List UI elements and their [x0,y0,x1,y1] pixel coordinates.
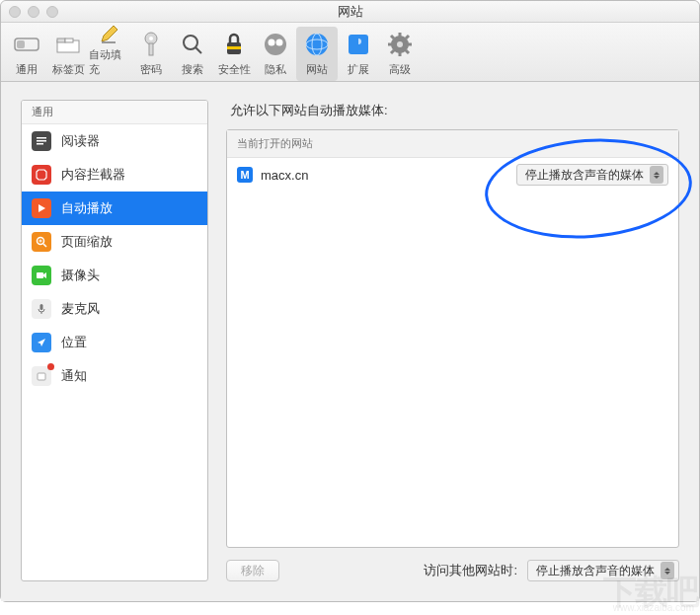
titlebar: 网站 [1,1,699,23]
sidebar-item-blockers[interactable]: 内容拦截器 [22,158,207,192]
other-sites-label: 访问其他网站时: [424,562,517,579]
site-favicon-icon: M [237,167,253,183]
svg-point-15 [276,39,283,46]
svg-point-9 [184,36,197,49]
toolbar-extensions[interactable]: 扩展 [338,27,379,81]
toolbar: 通用 标签页 自动填充 密码 搜索 安全性 隐私 网站 [1,23,699,82]
watermark-url: www.xiazaiba.com [613,602,694,613]
toolbar-label: 安全性 [218,62,251,77]
sidebar-item-label: 通知 [61,367,87,385]
search-icon [177,29,208,60]
svg-point-7 [149,37,153,40]
sidebar-item-location[interactable]: 位置 [22,326,207,359]
footer-row: 移除 访问其他网站时: 停止播放含声音的媒体 [226,560,679,581]
sidebar-item-label: 麦克风 [61,300,100,318]
svg-line-26 [391,36,394,38]
notification-icon [32,366,51,386]
main-title: 允许以下网站自动播放媒体: [230,102,679,119]
privacy-icon [260,29,291,60]
sidebar-item-microphone[interactable]: 麦克风 [22,292,207,326]
gear-icon [384,29,416,60]
svg-rect-32 [37,143,43,145]
pencil-icon [94,22,125,45]
stop-icon [32,165,51,185]
svg-rect-39 [37,272,43,278]
sidebar-item-autoplay[interactable]: 自动播放 [22,192,207,225]
window-title: 网站 [338,4,363,19]
minimize-icon[interactable] [28,6,39,18]
preferences-window: 网站 通用 标签页 自动填充 密码 搜索 安全性 隐私 [0,0,700,602]
sidebar-item-label: 摄像头 [61,267,100,284]
svg-rect-41 [40,304,43,310]
key-icon [135,29,167,60]
toolbar-label: 高级 [389,62,411,77]
toolbar-label: 标签页 [52,62,85,77]
remove-button[interactable]: 移除 [226,560,279,581]
zoom-icon[interactable] [46,6,58,18]
svg-rect-5 [102,41,116,43]
zoom-icon [32,232,51,252]
sidebar-item-zoom[interactable]: 页面缩放 [22,225,207,259]
toolbar-privacy[interactable]: 隐私 [255,27,296,81]
toolbar-websites[interactable]: 网站 [296,27,338,81]
svg-line-27 [406,50,409,53]
site-policy-dropdown[interactable]: 停止播放含声音的媒体 [516,164,668,186]
svg-marker-34 [39,204,45,212]
play-icon [32,198,51,218]
sidebar-item-label: 内容拦截器 [61,166,125,184]
svg-rect-8 [149,43,153,55]
svg-rect-3 [57,38,65,42]
sidebar-item-camera[interactable]: 摄像头 [22,259,207,292]
toolbar-tabs[interactable]: 标签页 [47,27,89,81]
close-icon[interactable] [9,6,21,18]
svg-point-14 [269,39,275,46]
svg-marker-43 [38,339,45,346]
sidebar-item-label: 页面缩放 [61,233,113,251]
sidebar-item-reader[interactable]: 阅读器 [22,124,207,158]
camera-icon [32,266,51,285]
lock-icon [218,29,250,60]
traffic-lights [9,6,58,18]
svg-rect-4 [65,38,73,42]
toolbar-label: 网站 [306,62,328,77]
toolbar-label: 自动填充 [89,47,130,77]
svg-point-13 [265,34,286,55]
svg-rect-44 [38,373,45,380]
tabs-icon [52,29,84,60]
sidebar-header: 通用 [22,101,207,124]
location-icon [32,333,51,352]
site-row[interactable]: M macx.cn 停止播放含声音的媒体 [227,158,678,192]
toolbar-label: 搜索 [182,62,203,77]
puzzle-icon [343,29,374,60]
toolbar-search[interactable]: 搜索 [172,27,213,81]
sidebar-item-label: 位置 [61,334,87,351]
switch-icon [11,29,42,60]
svg-rect-30 [37,137,46,139]
main-panel: 允许以下网站自动播放媒体: 当前打开的网站 M macx.cn 停止播放含声音的… [226,100,679,581]
svg-marker-33 [37,170,46,180]
toolbar-security[interactable]: 安全性 [213,27,255,81]
default-policy-dropdown[interactable]: 停止播放含声音的媒体 [527,560,679,581]
chevron-updown-icon [661,562,674,579]
svg-point-21 [397,41,403,47]
svg-line-36 [43,244,46,247]
toolbar-passwords[interactable]: 密码 [130,27,172,81]
toolbar-label: 通用 [16,62,38,77]
toolbar-label: 扩展 [348,62,369,77]
svg-marker-40 [43,272,46,278]
section-header: 当前打开的网站 [227,130,678,158]
content-area: 通用 阅读器 内容拦截器 自动播放 页面缩放 摄像头 [1,82,699,601]
svg-rect-12 [227,46,241,49]
sidebar-item-notifications[interactable]: 通知 [22,359,207,393]
toolbar-advanced[interactable]: 高级 [379,27,421,81]
reader-icon [32,131,51,151]
toolbar-label: 密码 [140,62,162,77]
svg-line-29 [391,50,394,53]
chevron-updown-icon [650,166,663,184]
toolbar-autofill[interactable]: 自动填充 [89,27,130,81]
svg-line-28 [406,36,409,38]
sidebar-item-label: 自动播放 [61,199,113,217]
svg-point-16 [306,34,328,55]
sidebar-item-label: 阅读器 [61,132,100,150]
toolbar-general[interactable]: 通用 [6,27,47,81]
